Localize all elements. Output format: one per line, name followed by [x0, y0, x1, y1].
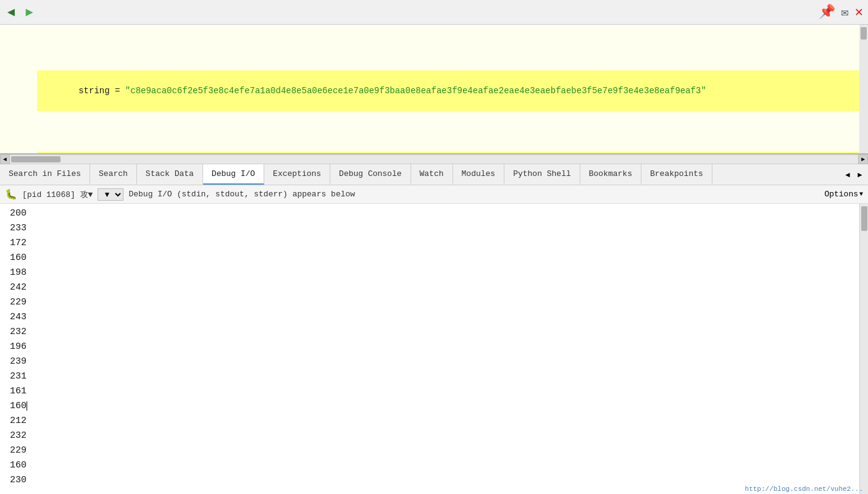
code-vscrollbar[interactable]	[859, 25, 868, 153]
debug-bug-icon: 🐛	[5, 188, 17, 201]
tabs-row: Search in Files Search Stack Data Debug …	[0, 164, 868, 185]
output-line: 160	[10, 251, 849, 266]
text-cursor	[27, 401, 27, 411]
debug-io-message: Debug I/O (stdin, stdout, stderr) appear…	[128, 190, 355, 199]
output-line: 212	[10, 414, 849, 429]
tab-search-in-files[interactable]: Search in Files	[0, 164, 90, 185]
tab-watch[interactable]: Watch	[411, 164, 453, 185]
tabs-end-buttons: ◄ ►	[840, 164, 868, 185]
debug-pid-label: [pid 11068] 攻▼	[22, 189, 93, 200]
h-scroll-left-btn[interactable]: ◄	[0, 154, 10, 164]
tab-bookmarks[interactable]: Bookmarks	[580, 164, 641, 185]
tab-breakpoints[interactable]: Breakpoints	[641, 164, 712, 185]
output-line: 172	[10, 236, 849, 251]
tab-search[interactable]: Search	[90, 164, 137, 185]
forward-button[interactable]: ►	[23, 5, 36, 19]
debug-bar: 🐛 [pid 11068] 攻▼ ▼ Debug I/O (stdin, std…	[0, 185, 868, 204]
output-line: 200	[10, 206, 849, 221]
output-line: 160	[10, 458, 849, 473]
tab-debug-console[interactable]: Debug Console	[330, 164, 411, 185]
status-url: http://blog.csdn.net/vuhe2...	[745, 485, 863, 493]
tab-modules[interactable]: Modules	[453, 164, 505, 185]
tab-python-shell[interactable]: Python Shell	[504, 164, 580, 185]
output-line: 229	[10, 443, 849, 458]
back-button[interactable]: ◄	[5, 5, 17, 19]
output-vscrollbar-thumb	[861, 206, 867, 231]
output-line: 231	[10, 369, 849, 384]
output-line: 229	[10, 295, 849, 310]
h-scroll-right-btn[interactable]: ►	[858, 154, 868, 164]
h-scroll-track[interactable]	[10, 155, 858, 164]
top-toolbar: ◄ ► 📌 ✉ ✕	[0, 0, 868, 25]
output-line: 233	[10, 221, 849, 236]
output-container: 2002331721601982422292432321962392311611…	[0, 204, 868, 494]
output-line: 242	[10, 280, 849, 295]
pin-icon: 📌	[819, 4, 835, 20]
output-line: 232	[10, 429, 849, 443]
code-vscrollbar-thumb	[861, 27, 867, 40]
toolbar-left: ◄ ►	[5, 5, 36, 19]
h-scroll-thumb[interactable]	[11, 156, 61, 162]
output-line: 160	[10, 399, 849, 414]
code-line-1: string = "c8e9aca0c6f2e5f3e8c4efe7a1a0d4…	[37, 70, 868, 111]
code-area: string = "c8e9aca0c6f2e5f3e8c4efe7a1a0d4…	[0, 25, 868, 154]
output-line: 196	[10, 340, 849, 354]
toolbar-right: 📌 ✉ ✕	[819, 4, 863, 20]
back-icon: ◄	[5, 5, 17, 19]
debug-pid-dropdown[interactable]: ▼	[98, 188, 123, 201]
tabs-scroll-left-btn[interactable]: ◄	[842, 169, 853, 180]
output-vscrollbar[interactable]	[859, 204, 868, 494]
code-content: string = "c8e9aca0c6f2e5f3e8c4efe7a1a0d4…	[0, 30, 868, 154]
output-line: 198	[10, 266, 849, 280]
output-line: 232	[10, 325, 849, 340]
tab-debug-io[interactable]: Debug I/O	[203, 164, 264, 185]
tab-stack-data[interactable]: Stack Data	[137, 164, 203, 185]
tabs-scroll-right-btn[interactable]: ►	[854, 169, 866, 180]
output-area: 2002331721601982422292432321962392311611…	[0, 204, 859, 494]
main-layout: ◄ ► 📌 ✉ ✕ string = "c8e9aca0c6f2e5f3e8c4…	[0, 0, 868, 494]
debug-options-button[interactable]: Options ▼	[824, 190, 863, 199]
close-icon[interactable]: ✕	[855, 4, 863, 20]
h-scrollbar[interactable]: ◄ ►	[0, 154, 868, 164]
mail-icon: ✉	[841, 4, 849, 20]
forward-icon: ►	[23, 5, 36, 19]
output-line: 230	[10, 473, 849, 488]
output-line: 243	[10, 310, 849, 325]
output-line: 161	[10, 384, 849, 399]
status-bar: http://blog.csdn.net/vuhe2...	[740, 484, 868, 494]
output-line: 239	[10, 354, 849, 369]
tab-exceptions[interactable]: Exceptions	[264, 164, 330, 185]
